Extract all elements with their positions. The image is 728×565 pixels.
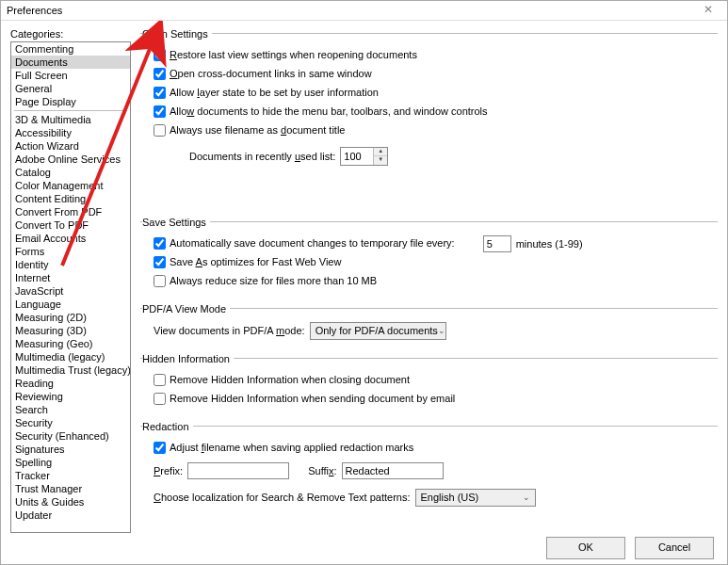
checkbox-fast-web[interactable]: Save As optimizes for Fast Web View (154, 255, 341, 269)
sidebar-item-tracker[interactable]: Tracker (11, 469, 130, 482)
legend-open-settings: Open Settings (142, 28, 212, 40)
sidebar-item-signatures[interactable]: Signatures (11, 443, 130, 456)
legend-save-settings: Save Settings (142, 217, 210, 228)
autosave-minutes-input[interactable] (483, 235, 511, 252)
checkbox-open-cross-document[interactable]: Open cross-document links in same window (154, 67, 372, 81)
sidebar-item-catalog[interactable]: Catalog (11, 166, 130, 179)
checkbox-always-use-filename[interactable]: Always use filename as document title (154, 123, 346, 137)
sidebar-item-language[interactable]: Language (11, 298, 130, 311)
label-localization: Choose localization for Search & Remove … (154, 492, 411, 503)
sidebar-item-content-editing[interactable]: Content Editing (11, 192, 130, 205)
recent-docs-stepper[interactable]: ▲ ▼ (340, 147, 388, 166)
sidebar-item-commenting[interactable]: Commenting (11, 42, 130, 56)
label-pdfa: View documents in PDF/A mode: (154, 325, 305, 336)
sidebar-item-convert-to-pdf[interactable]: Convert To PDF (11, 218, 130, 232)
select-pdfa-mode[interactable]: Only for PDF/A documents ⌄ (310, 322, 446, 340)
sidebar-item-email-accounts[interactable]: Email Accounts (11, 232, 130, 245)
label-suffix: Suffix: (308, 465, 336, 476)
sidebar-item-reading[interactable]: Reading (11, 377, 130, 390)
sidebar-item-search[interactable]: Search (11, 403, 130, 416)
sidebar-item-security[interactable]: Security (11, 416, 130, 429)
label-prefix: Prefix: (154, 465, 183, 476)
sidebar-item-multimedia-legacy-[interactable]: Multimedia (legacy) (11, 350, 130, 363)
sidebar-item-page-display[interactable]: Page Display (11, 95, 130, 108)
checkbox-reduce-size[interactable]: Always reduce size for files more than 1… (154, 274, 377, 288)
sidebar-item-accessibility[interactable]: Accessibility (11, 126, 130, 139)
recent-docs-input[interactable] (341, 148, 373, 165)
sidebar-item-internet[interactable]: Internet (11, 271, 130, 284)
prefix-input[interactable] (187, 462, 289, 479)
sidebar-item-action-wizard[interactable]: Action Wizard (11, 139, 130, 153)
group-hidden-info: Hidden Information Remove Hidden Informa… (140, 353, 718, 410)
group-redaction: Redaction Adjust filename when saving ap… (140, 421, 718, 508)
sidebar-item-3d-multimedia[interactable]: 3D & Multimedia (11, 113, 130, 126)
titlebar: Preferences ✕ (1, 1, 727, 21)
suffix-input[interactable] (342, 462, 444, 479)
group-open-settings: Open Settings Restore last view settings… (140, 28, 718, 205)
cancel-button[interactable]: Cancel (635, 537, 714, 559)
legend-redaction: Redaction (142, 421, 193, 432)
sidebar-item-trust-manager[interactable]: Trust Manager (11, 482, 130, 495)
checkbox-hidden-closing[interactable]: Remove Hidden Information when closing d… (154, 373, 410, 387)
sidebar: Categories: CommentingDocumentsFull Scre… (10, 28, 131, 533)
stepper-up-icon[interactable]: ▲ (374, 148, 387, 157)
checkbox-allow-layer[interactable]: Allow layer state to be set by user info… (154, 86, 379, 100)
label-recent-docs: Documents in recently used list: (189, 151, 335, 162)
category-list[interactable]: CommentingDocumentsFull ScreenGeneralPag… (10, 41, 131, 533)
close-icon[interactable]: ✕ (695, 2, 721, 19)
preferences-window: Preferences ✕ Categories: CommentingDocu… (0, 0, 728, 565)
sidebar-item-updater[interactable]: Updater (11, 508, 130, 522)
checkbox-allow-hide-menu[interactable]: Allow documents to hide the menu bar, to… (154, 105, 488, 119)
select-localization[interactable]: English (US) ⌄ (415, 489, 536, 507)
window-title: Preferences (7, 5, 695, 16)
ok-button[interactable]: OK (546, 537, 625, 559)
autosave-unit: minutes (1-99) (516, 238, 583, 250)
group-save-settings: Save Settings Automatically save documen… (140, 217, 718, 292)
group-pdfa: PDF/A View Mode View documents in PDF/A … (140, 303, 718, 342)
checkbox-autosave[interactable]: Automatically save document changes to t… (154, 236, 455, 250)
sidebar-item-multimedia-trust-legacy-[interactable]: Multimedia Trust (legacy) (11, 363, 130, 377)
sidebar-item-general[interactable]: General (11, 82, 130, 95)
sidebar-item-measuring-geo-[interactable]: Measuring (Geo) (11, 337, 130, 350)
legend-pdfa: PDF/A View Mode (142, 303, 230, 315)
sidebar-item-convert-from-pdf[interactable]: Convert From PDF (11, 205, 130, 218)
checkbox-restore-last-view[interactable]: Restore last view settings when reopenin… (154, 48, 417, 62)
sidebar-item-identity[interactable]: Identity (11, 258, 130, 271)
checkbox-hidden-email[interactable]: Remove Hidden Information when sending d… (154, 392, 455, 406)
sidebar-item-full-screen[interactable]: Full Screen (11, 69, 130, 82)
sidebar-item-documents[interactable]: Documents (11, 56, 130, 69)
dialog-footer: OK Cancel (1, 533, 727, 564)
sidebar-item-forms[interactable]: Forms (11, 245, 130, 258)
chevron-down-icon: ⌄ (438, 326, 445, 335)
settings-panel: Open Settings Restore last view settings… (140, 28, 718, 533)
sidebar-item-measuring-2d-[interactable]: Measuring (2D) (11, 311, 130, 324)
sidebar-item-color-management[interactable]: Color Management (11, 179, 130, 192)
sidebar-item-adobe-online-services[interactable]: Adobe Online Services (11, 153, 130, 166)
sidebar-item-measuring-3d-[interactable]: Measuring (3D) (11, 324, 130, 337)
legend-hidden-info: Hidden Information (142, 353, 234, 364)
sidebar-item-reviewing[interactable]: Reviewing (11, 390, 130, 403)
sidebar-item-units-guides[interactable]: Units & Guides (11, 495, 130, 508)
chevron-down-icon: ⌄ (520, 492, 533, 502)
sidebar-header: Categories: (10, 28, 131, 41)
sidebar-item-security-enhanced-[interactable]: Security (Enhanced) (11, 429, 130, 443)
dialog-body: Categories: CommentingDocumentsFull Scre… (1, 21, 727, 533)
sidebar-separator (14, 110, 127, 111)
checkbox-adjust-filename[interactable]: Adjust filename when saving applied reda… (154, 441, 413, 455)
sidebar-item-javascript[interactable]: JavaScript (11, 284, 130, 298)
sidebar-item-spelling[interactable]: Spelling (11, 456, 130, 469)
stepper-down-icon[interactable]: ▼ (374, 156, 387, 165)
